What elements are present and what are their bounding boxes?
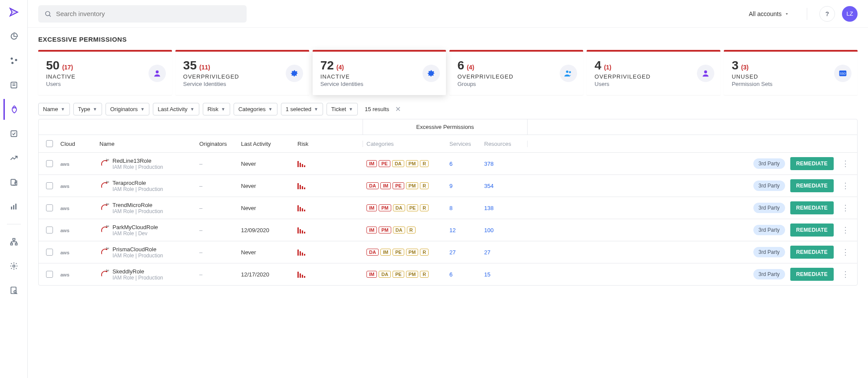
card-sublabel: Users <box>46 81 164 87</box>
services-link[interactable]: 6 <box>449 161 452 167</box>
col-services: Services <box>449 141 484 147</box>
row-menu-icon[interactable]: ⋮ <box>839 160 852 168</box>
role-name[interactable]: SkeddlyRole <box>112 268 163 275</box>
sidebar <box>0 0 28 378</box>
nav-search-doc-icon[interactable] <box>3 280 24 301</box>
user-avatar[interactable]: LZ <box>842 6 858 22</box>
risk-bars-icon <box>297 182 363 189</box>
resources-link[interactable]: 100 <box>484 227 494 233</box>
filter-ticket[interactable]: Ticket▼ <box>327 103 358 115</box>
category-tag: IM <box>380 182 391 189</box>
category-tag: DA <box>392 160 404 167</box>
gear-icon <box>422 65 440 82</box>
remediate-button[interactable]: REMEDIATE <box>790 201 834 214</box>
clear-filters-icon[interactable]: ✕ <box>395 105 401 113</box>
resources-link[interactable]: 15 <box>484 271 490 278</box>
services-link[interactable]: 8 <box>449 205 452 211</box>
col-name: Name <box>99 141 199 147</box>
account-selector[interactable]: All accounts <box>749 10 789 17</box>
filter-risk[interactable]: Risk▼ <box>203 103 230 115</box>
resources-link[interactable]: 378 <box>484 161 494 167</box>
role-name[interactable]: PrismaCloudRole <box>112 246 163 253</box>
filter-type[interactable]: Type▼ <box>73 103 102 115</box>
resources-link[interactable]: 27 <box>484 249 490 256</box>
chevron-down-icon <box>784 11 789 16</box>
nav-settings-icon[interactable] <box>3 256 24 276</box>
row-menu-icon[interactable]: ⋮ <box>839 182 852 190</box>
role-name[interactable]: ParkMyCloudRole <box>112 224 158 230</box>
card-count: 72 <box>320 59 334 72</box>
nav-dashboard-icon[interactable] <box>3 26 24 47</box>
svg-rect-8 <box>11 207 12 210</box>
row-checkbox[interactable] <box>46 182 53 189</box>
aws-logo-icon: aws <box>60 161 69 167</box>
col-cloud: Cloud <box>60 141 99 147</box>
row-checkbox[interactable] <box>46 249 53 256</box>
remediate-button[interactable]: REMEDIATE <box>790 179 834 192</box>
resources-link[interactable]: 354 <box>484 183 494 189</box>
nav-inventory-icon[interactable] <box>3 75 24 95</box>
filter-originators[interactable]: Originators▼ <box>106 103 149 115</box>
card-delta: (11) <box>199 64 210 71</box>
row-menu-icon[interactable]: ⋮ <box>839 270 852 278</box>
filter-1-selected[interactable]: 1 selected▼ <box>281 103 323 115</box>
services-link[interactable]: 6 <box>449 271 452 278</box>
svg-rect-6 <box>11 131 17 136</box>
role-name[interactable]: TeraprocRole <box>112 180 163 186</box>
table-row: aws 3rdTrendMicroRoleIAM Role | Producti… <box>39 197 857 219</box>
card-sublabel: Service Identities <box>183 81 301 87</box>
role-name[interactable]: RedLine13Role <box>112 158 163 164</box>
third-party-badge: 3rd Party <box>753 247 785 257</box>
card-sublabel: Permission Sets <box>732 81 850 87</box>
originators-cell: – <box>199 161 241 167</box>
remediate-button[interactable]: REMEDIATE <box>790 268 834 281</box>
row-checkbox[interactable] <box>46 227 53 233</box>
card-count: 35 <box>183 59 197 72</box>
row-checkbox[interactable] <box>46 160 53 167</box>
row-menu-icon[interactable]: ⋮ <box>839 248 852 256</box>
remediate-button[interactable]: REMEDIATE <box>790 224 834 237</box>
services-link[interactable]: 9 <box>449 183 452 189</box>
summary-card[interactable]: 6(4)OVERPRIVILEGEDGroups <box>449 50 583 95</box>
search-box[interactable] <box>38 5 247 23</box>
third-party-role-icon: 3rd <box>99 158 108 169</box>
filter-last-activity[interactable]: Last Activity▼ <box>153 103 199 115</box>
services-link[interactable]: 27 <box>449 249 455 256</box>
filter-name[interactable]: Name▼ <box>38 103 70 115</box>
nav-checks-icon[interactable] <box>3 123 24 144</box>
services-link[interactable]: 12 <box>449 227 455 233</box>
category-tag: DA <box>393 227 405 233</box>
select-all-checkbox[interactable] <box>46 140 53 147</box>
nav-org-icon[interactable] <box>3 231 24 252</box>
remediate-button[interactable]: REMEDIATE <box>790 157 834 170</box>
nav-graph-icon[interactable] <box>3 50 24 71</box>
summary-card[interactable]: 50(17)INACTIVEUsers <box>38 50 172 95</box>
card-delta: (17) <box>62 64 73 71</box>
risk-bars-icon <box>297 160 363 167</box>
row-menu-icon[interactable]: ⋮ <box>839 204 852 212</box>
originators-cell: – <box>199 227 241 233</box>
nav-analytics-icon[interactable] <box>3 196 24 217</box>
nav-trends-icon[interactable] <box>3 148 24 168</box>
nav-permissions-icon[interactable] <box>3 99 24 120</box>
svg-point-2 <box>11 62 13 64</box>
chevron-down-icon: ▼ <box>190 107 195 112</box>
summary-card[interactable]: 35(11)OVERPRIVILEGEDService Identities <box>175 50 309 95</box>
row-menu-icon[interactable]: ⋮ <box>839 226 852 234</box>
filter-categories[interactable]: Categories▼ <box>234 103 277 115</box>
summary-card[interactable]: 3(3)UNUSEDPermission SetsSSO <box>724 50 858 95</box>
third-party-role-icon: 3rd <box>99 225 108 236</box>
search-input[interactable] <box>56 10 241 17</box>
help-button[interactable]: ? <box>819 6 835 22</box>
role-name[interactable]: TrendMicroRole <box>112 202 163 208</box>
summary-card[interactable]: 72(4)INACTIVEService Identities <box>313 50 446 95</box>
resources-link[interactable]: 138 <box>484 205 494 211</box>
summary-card[interactable]: 4(1)OVERPRIVILEGEDUsers <box>587 50 720 95</box>
svg-text:SSO: SSO <box>840 72 846 75</box>
card-delta: (3) <box>741 64 749 71</box>
row-checkbox[interactable] <box>46 271 53 278</box>
row-checkbox[interactable] <box>46 204 53 211</box>
chevron-down-icon: ▼ <box>314 107 318 112</box>
nav-compliance-icon[interactable] <box>3 172 24 193</box>
remediate-button[interactable]: REMEDIATE <box>790 246 834 259</box>
